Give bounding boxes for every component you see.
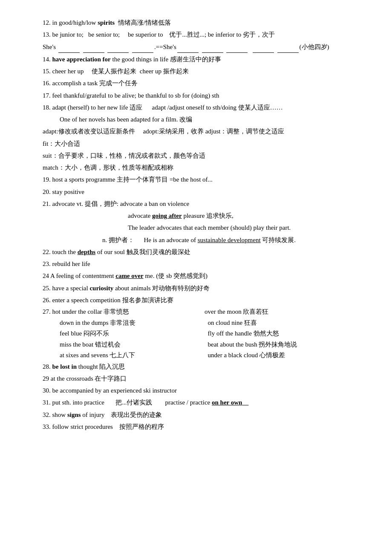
line-22: 22. touch the depths of our soul 触及我们灵魂的…: [43, 246, 366, 257]
line-27a-right: over the moon 欣喜若狂: [205, 306, 366, 318]
line-13: 13. be junior to; be senior to; be super…: [43, 29, 366, 40]
line-32: 32. show signs of injury 表现出受伤的迹象: [43, 409, 366, 420]
line-20: 20. stay positive: [43, 186, 366, 197]
line-27b-left: down in the dumps 非常沮丧: [43, 318, 205, 329]
line-31: 31. put sth. into practice 把...付诸实践 prac…: [43, 397, 366, 408]
line-12: 12. in good/high/low spirits 情绪高涨/情绪低落: [43, 17, 366, 28]
line-27e: at sixes and sevens 七上八下 under a black c…: [43, 350, 366, 361]
line-21d: n. 拥护者： He is an advocate of sustainable…: [43, 234, 366, 246]
line-24: 24 A feeling of contentment came over me…: [43, 270, 366, 281]
line-23: 23. rebuild her life: [43, 258, 366, 269]
line-18d: fit：大小合适: [43, 138, 366, 149]
line-18e: suit：合乎要求，口味，性格，情况或者款式，颜色等合适: [43, 150, 366, 161]
line-18c: adapt:修改或者改变以适应新条件 adopt:采纳采用，收养 adjust：…: [43, 126, 366, 137]
line-19: 19. host a sports programme 主持一个体育节目 =be…: [43, 174, 366, 185]
line-18: 18. adapt (herself) to her new life 适应 a…: [43, 102, 366, 113]
line-21b: advocate going after pleasure 追求快乐,: [43, 210, 366, 221]
line-25: 25. have a special curiosity about anima…: [43, 283, 366, 294]
line-27d-right: beat about the bush 拐外抹角地说: [205, 339, 366, 350]
line-28: 28. be lost in thought 陷入沉思: [43, 361, 366, 372]
line-27a: 27. hot under the collar 非常愤怒 over the m…: [43, 306, 366, 318]
line-15: 15. cheer her up 使某人振作起来 cheer up 振作起来: [43, 66, 366, 77]
line-27c-right: fly off the handle 勃然大怒: [205, 328, 366, 339]
line-18f: match：大小，色调，形状，性质等相配或相称: [43, 162, 366, 173]
line-21: 21. advocate vt. 提倡，拥护: advocate a ban o…: [43, 198, 366, 209]
line-30: 30. be accompanied by an experienced ski…: [43, 385, 366, 396]
line-27d-left: miss the boat 错过机会: [43, 339, 205, 350]
line-17: 17. feel thankful/grateful to be alive; …: [43, 90, 366, 101]
line-27e-left: at sixes and sevens 七上八下: [43, 350, 205, 361]
line-27a-left: 27. hot under the collar 非常愤怒: [43, 306, 205, 318]
line-16: 16. accomplish a task 完成一个任务: [43, 78, 366, 89]
line-27c-left: feel blue 闷闷不乐: [43, 328, 205, 339]
line-26: 26. enter a speech competition 报名参加演讲比赛: [43, 295, 366, 306]
line-27c: feel blue 闷闷不乐 fly off the handle 勃然大怒: [43, 328, 366, 339]
line-27b: down in the dumps 非常沮丧 on cloud nine 狂喜: [43, 318, 366, 329]
line-14: 14. have appreciation for the good thing…: [43, 54, 366, 65]
line-21c: The leader advocates that each member (s…: [43, 222, 366, 233]
line-29: 29 at the crossroads 在十字路口: [43, 373, 366, 384]
line-33: 33. follow strict procedures 按照严格的程序: [43, 421, 366, 432]
line-27b-right: on cloud nine 狂喜: [205, 318, 366, 329]
line-27d: miss the boat 错过机会 beat about the bush 拐…: [43, 339, 366, 350]
main-content: 12. in good/high/low spirits 情绪高涨/情绪低落 1…: [43, 17, 366, 432]
line-27e-right: under a black cloud 心情极差: [205, 350, 366, 361]
line-18b: One of her novels has been adapted for a…: [43, 114, 366, 125]
line-13b: She's .==She's (小他四岁): [43, 41, 366, 53]
